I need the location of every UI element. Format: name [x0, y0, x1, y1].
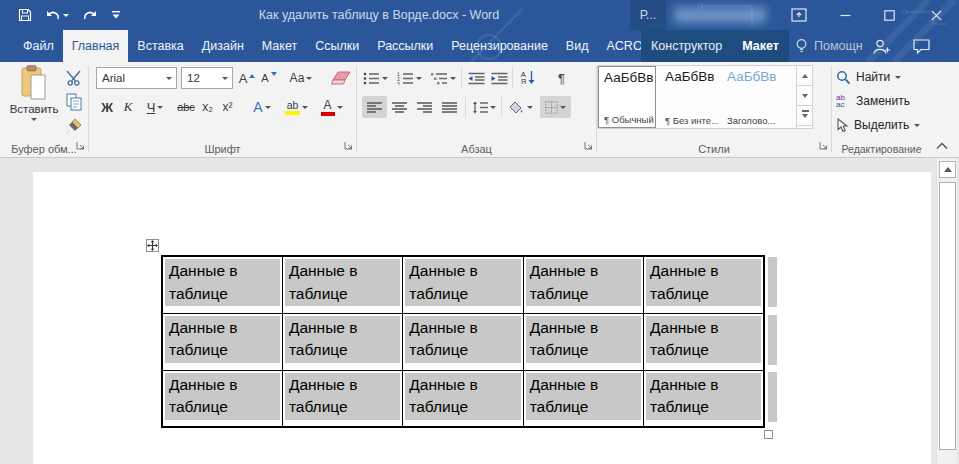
select-dropdown-icon[interactable]: [914, 124, 920, 130]
table-resize-handle[interactable]: [764, 430, 773, 439]
copy-button[interactable]: [64, 92, 84, 112]
find-dropdown-icon[interactable]: [895, 76, 901, 82]
shading-dropdown-icon[interactable]: [527, 106, 533, 112]
tab-view[interactable]: Вид: [557, 30, 598, 62]
table-cell[interactable]: Данные в таблице: [644, 313, 764, 370]
replace-button[interactable]: ab ac Заменить: [836, 91, 910, 111]
tab-home[interactable]: Главная: [63, 30, 129, 62]
table-cell[interactable]: Данные в таблице: [644, 256, 764, 313]
grow-font-button[interactable]: А: [238, 67, 256, 89]
font-name-combo[interactable]: Arial: [96, 67, 177, 89]
multilevel-dropdown-icon[interactable]: [450, 77, 456, 83]
clear-formatting-button[interactable]: [329, 67, 353, 89]
align-left-button[interactable]: [362, 96, 387, 118]
line-spacing-button[interactable]: [469, 96, 498, 118]
font-name-dropdown-icon[interactable]: [166, 77, 172, 83]
show-paragraph-marks-button[interactable]: ¶: [553, 67, 570, 89]
table-cell[interactable]: Данные в таблице: [523, 313, 643, 370]
clipboard-dialog-launcher-icon[interactable]: [76, 139, 85, 153]
collapse-ribbon-icon[interactable]: [934, 140, 950, 152]
ribbon-display-options-button[interactable]: [784, 0, 814, 30]
styles-scroll-up-icon[interactable]: [797, 66, 813, 86]
styles-dialog-launcher-icon[interactable]: [819, 139, 828, 153]
tab-references[interactable]: Ссылки: [306, 30, 368, 62]
tell-me-help[interactable]: Помощн: [795, 30, 863, 62]
close-button[interactable]: [921, 0, 951, 30]
tab-insert[interactable]: Вставка: [128, 30, 192, 62]
styles-scroll-down-icon[interactable]: [797, 86, 813, 106]
maximize-button[interactable]: [874, 0, 904, 30]
strikethrough-button[interactable]: abc: [175, 96, 197, 118]
tab-file[interactable]: Файл: [14, 30, 63, 62]
paste-button[interactable]: Вставить: [5, 65, 63, 137]
table-cell[interactable]: Данные в таблице: [403, 313, 523, 370]
table-cell[interactable]: Данные в таблице: [282, 313, 402, 370]
text-effects-dropdown-icon[interactable]: [265, 106, 271, 112]
format-painter-button[interactable]: [64, 116, 84, 136]
tab-layout[interactable]: Макет: [253, 30, 306, 62]
paste-dropdown-icon[interactable]: [31, 118, 37, 124]
table-cell[interactable]: Данные в таблице: [282, 370, 402, 427]
save-icon[interactable]: [18, 8, 32, 22]
table-cell[interactable]: Данные в таблице: [162, 370, 282, 427]
bullets-dropdown-icon[interactable]: [382, 77, 388, 83]
table-cell[interactable]: Данные в таблице: [523, 370, 643, 427]
cut-button[interactable]: [64, 68, 84, 88]
style-card-normal[interactable]: АаБбВв ¶ Обычный: [598, 66, 656, 128]
tab-mailings[interactable]: Рассылки: [368, 30, 442, 62]
table-cell[interactable]: Данные в таблице: [644, 370, 764, 427]
scrollbar-thumb[interactable]: [939, 182, 956, 450]
underline-dropdown-icon[interactable]: [157, 106, 163, 112]
table-cell[interactable]: Данные в таблице: [162, 313, 282, 370]
italic-button[interactable]: К: [120, 96, 136, 118]
font-size-combo[interactable]: 12: [181, 67, 233, 89]
style-card-heading1[interactable]: АаБбВв Заголово...: [722, 66, 780, 128]
text-effects-button[interactable]: А: [247, 96, 277, 118]
superscript-button[interactable]: x²: [219, 96, 236, 118]
table-cell[interactable]: Данные в таблице: [403, 370, 523, 427]
undo-button[interactable]: [45, 9, 69, 22]
table-cell[interactable]: Данные в таблице: [282, 256, 402, 313]
share-contact-icon[interactable]: [872, 30, 891, 62]
find-button[interactable]: Найти: [836, 67, 901, 87]
document-table[interactable]: Данные в таблицеДанные в таблицеДанные в…: [161, 255, 765, 428]
highlight-dropdown-icon[interactable]: [302, 106, 308, 112]
numbering-button[interactable]: 123: [394, 67, 424, 89]
tab-review[interactable]: Рецензирование: [442, 30, 557, 62]
decrease-indent-button[interactable]: [466, 67, 486, 89]
customize-quick-access-icon[interactable]: [111, 10, 121, 20]
numbering-dropdown-icon[interactable]: [416, 77, 422, 83]
bullets-button[interactable]: [360, 67, 390, 89]
paragraph-dialog-launcher-icon[interactable]: [584, 139, 593, 153]
table-cell[interactable]: Данные в таблице: [162, 256, 282, 313]
underline-button[interactable]: Ч: [140, 96, 170, 118]
select-button[interactable]: Выделить: [836, 115, 920, 135]
increase-indent-button[interactable]: [489, 67, 509, 89]
shading-button[interactable]: [505, 96, 536, 118]
highlight-button[interactable]: ab: [281, 96, 312, 118]
styles-more-icon[interactable]: [797, 106, 813, 126]
change-case-button[interactable]: Аа: [285, 67, 317, 89]
borders-button[interactable]: [540, 96, 571, 118]
tab-table-layout[interactable]: Макет: [732, 30, 789, 62]
sort-button[interactable]: А Я: [517, 67, 539, 89]
scroll-up-icon[interactable]: [939, 161, 956, 178]
tab-table-design[interactable]: Конструктор: [641, 30, 732, 62]
vertical-scrollbar[interactable]: [936, 158, 957, 464]
font-color-dropdown-icon[interactable]: [337, 106, 343, 112]
redo-button[interactable]: [82, 9, 98, 22]
justify-button[interactable]: [437, 96, 462, 118]
font-dialog-launcher-icon[interactable]: [344, 139, 353, 153]
align-right-button[interactable]: [412, 96, 437, 118]
style-card-no-spacing[interactable]: АаБбВв ¶ Без инте...: [660, 66, 718, 128]
comment-icon[interactable]: [913, 30, 930, 62]
bold-button[interactable]: Ж: [98, 96, 116, 118]
table-cell[interactable]: Данные в таблице: [523, 256, 643, 313]
borders-dropdown-icon[interactable]: [560, 106, 566, 112]
shrink-font-button[interactable]: А: [260, 67, 278, 89]
minimize-button[interactable]: [830, 0, 860, 30]
tab-design[interactable]: Дизайн: [193, 30, 253, 62]
align-center-button[interactable]: [387, 96, 412, 118]
font-color-button[interactable]: А: [316, 96, 347, 118]
account-label[interactable]: Р...: [630, 0, 666, 30]
